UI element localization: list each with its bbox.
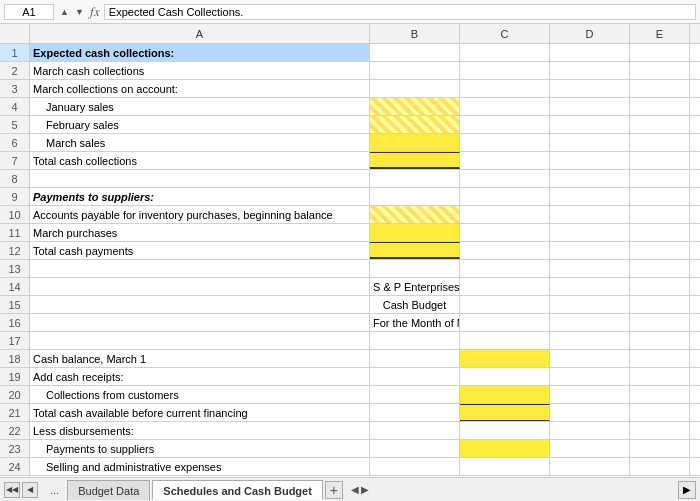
table-row[interactable]: 8: [0, 170, 700, 188]
cell-e17[interactable]: [630, 332, 690, 349]
col-header-d[interactable]: D: [550, 24, 630, 43]
table-row[interactable]: 21 Total cash available before current f…: [0, 404, 700, 422]
cell-e16[interactable]: [630, 314, 690, 331]
add-sheet-button[interactable]: +: [325, 481, 343, 499]
cell-a3[interactable]: March collections on account:: [30, 80, 370, 97]
cell-d11[interactable]: [550, 224, 630, 241]
cell-d23[interactable]: [550, 440, 630, 457]
cell-b20[interactable]: [370, 386, 460, 403]
col-header-c[interactable]: C: [460, 24, 550, 43]
cell-a10[interactable]: Accounts payable for inventory purchases…: [30, 206, 370, 223]
table-row[interactable]: 12 Total cash payments: [0, 242, 700, 260]
cell-d18[interactable]: [550, 350, 630, 367]
col-header-b[interactable]: B: [370, 24, 460, 43]
cell-a24[interactable]: Selling and administrative expenses: [30, 458, 370, 475]
cell-c10[interactable]: [460, 206, 550, 223]
cell-e2[interactable]: [630, 62, 690, 79]
arrow-up-icon[interactable]: ▲: [58, 6, 71, 18]
cell-b11[interactable]: [370, 224, 460, 241]
cell-e21[interactable]: [630, 404, 690, 421]
cell-e3[interactable]: [630, 80, 690, 97]
cell-a4[interactable]: January sales: [30, 98, 370, 115]
cell-d24[interactable]: [550, 458, 630, 475]
cell-d1[interactable]: [550, 44, 630, 61]
cell-c4[interactable]: [460, 98, 550, 115]
cell-a23[interactable]: Payments to suppliers: [30, 440, 370, 457]
table-row[interactable]: 3 March collections on account:: [0, 80, 700, 98]
cell-d10[interactable]: [550, 206, 630, 223]
cell-d16[interactable]: [550, 314, 630, 331]
table-row[interactable]: 23 Payments to suppliers: [0, 440, 700, 458]
cell-c1[interactable]: [460, 44, 550, 61]
table-row[interactable]: 11 March purchases: [0, 224, 700, 242]
table-row[interactable]: 17: [0, 332, 700, 350]
cell-d4[interactable]: [550, 98, 630, 115]
table-row[interactable]: 18 Cash balance, March 1: [0, 350, 700, 368]
cell-c9[interactable]: [460, 188, 550, 205]
cell-b23[interactable]: [370, 440, 460, 457]
cell-d15[interactable]: [550, 296, 630, 313]
cell-c16[interactable]: [460, 314, 550, 331]
cell-c20[interactable]: [460, 386, 550, 403]
arrow-down-icon[interactable]: ▼: [73, 6, 86, 18]
cell-e6[interactable]: [630, 134, 690, 151]
cell-c7[interactable]: [460, 152, 550, 169]
table-row[interactable]: 6 March sales: [0, 134, 700, 152]
cell-b16[interactable]: For the Month of March: [370, 314, 460, 331]
table-row[interactable]: 4 January sales: [0, 98, 700, 116]
table-row[interactable]: 9 Payments to suppliers:: [0, 188, 700, 206]
cell-d14[interactable]: [550, 278, 630, 295]
cell-a16[interactable]: [30, 314, 370, 331]
col-header-a[interactable]: A: [30, 24, 370, 43]
horizontal-scroll-button[interactable]: ▶: [678, 481, 696, 499]
cell-e15[interactable]: [630, 296, 690, 313]
cell-a7[interactable]: Total cash collections: [30, 152, 370, 169]
cell-e9[interactable]: [630, 188, 690, 205]
cell-a15[interactable]: [30, 296, 370, 313]
formula-input[interactable]: [104, 4, 696, 20]
cell-b19[interactable]: [370, 368, 460, 385]
cell-c8[interactable]: [460, 170, 550, 187]
cell-e1[interactable]: [630, 44, 690, 61]
cell-a13[interactable]: [30, 260, 370, 277]
cell-d5[interactable]: [550, 116, 630, 133]
table-row[interactable]: 22 Less disbursements:: [0, 422, 700, 440]
cell-c24[interactable]: [460, 458, 550, 475]
table-row[interactable]: 1 Expected cash collections:: [0, 44, 700, 62]
cell-c22[interactable]: [460, 422, 550, 439]
cell-a5[interactable]: February sales: [30, 116, 370, 133]
cell-reference[interactable]: [4, 4, 54, 20]
cell-b9[interactable]: [370, 188, 460, 205]
cell-e4[interactable]: [630, 98, 690, 115]
cell-c19[interactable]: [460, 368, 550, 385]
col-header-e[interactable]: E: [630, 24, 690, 43]
table-row[interactable]: 16 For the Month of March: [0, 314, 700, 332]
cell-a2[interactable]: March cash collections: [30, 62, 370, 79]
cell-d19[interactable]: [550, 368, 630, 385]
cell-b17[interactable]: [370, 332, 460, 349]
cell-e7[interactable]: [630, 152, 690, 169]
cell-b3[interactable]: [370, 80, 460, 97]
table-row[interactable]: 5 February sales: [0, 116, 700, 134]
table-row[interactable]: 10 Accounts payable for inventory purcha…: [0, 206, 700, 224]
cell-c15[interactable]: [460, 296, 550, 313]
cell-e11[interactable]: [630, 224, 690, 241]
cell-c2[interactable]: [460, 62, 550, 79]
cell-d20[interactable]: [550, 386, 630, 403]
cell-c11[interactable]: [460, 224, 550, 241]
cell-b7[interactable]: [370, 152, 460, 169]
cell-a17[interactable]: [30, 332, 370, 349]
cell-b10[interactable]: [370, 206, 460, 223]
cell-c18[interactable]: [460, 350, 550, 367]
cell-c21[interactable]: [460, 404, 550, 421]
cell-c14[interactable]: [460, 278, 550, 295]
cell-b4[interactable]: [370, 98, 460, 115]
cell-e18[interactable]: [630, 350, 690, 367]
cell-c13[interactable]: [460, 260, 550, 277]
cell-a20[interactable]: Collections from customers: [30, 386, 370, 403]
tab-first-button[interactable]: ◀◀: [4, 482, 20, 498]
cell-b5[interactable]: [370, 116, 460, 133]
cell-e20[interactable]: [630, 386, 690, 403]
left-scroll-icon[interactable]: ◀: [351, 484, 359, 495]
table-row[interactable]: 13: [0, 260, 700, 278]
